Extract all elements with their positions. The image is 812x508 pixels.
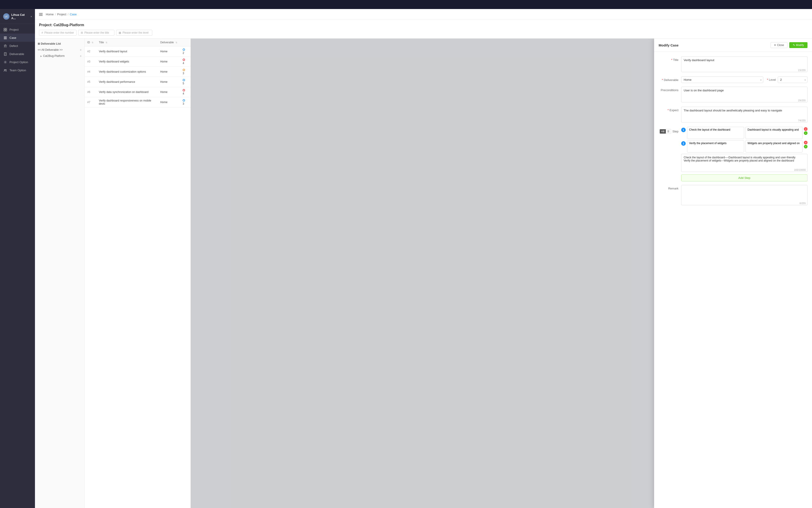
modal-body: Title 23/255 Deliverable xyxy=(654,52,812,508)
sidebar-item-case[interactable]: Case xyxy=(0,34,35,42)
col-id[interactable]: ID ⇅ xyxy=(85,39,96,46)
sidebar-item-deliverable[interactable]: Deliverable xyxy=(0,50,35,58)
row-id: #2 xyxy=(85,46,96,57)
step-add-2[interactable]: + xyxy=(804,145,808,149)
expect-row: Expect 74/255 xyxy=(658,107,808,123)
step-toggle-group: ≡⊞ ☰ xyxy=(659,129,671,134)
step-delete-2[interactable]: ✕ xyxy=(804,141,808,144)
remark-textarea[interactable] xyxy=(681,185,808,205)
sidebar-logo[interactable]: LC Lihua Cat A... ▾ xyxy=(0,11,35,24)
inline-row: Home ▾ Level xyxy=(681,77,808,83)
title-field-row: Title 23/255 xyxy=(658,56,808,73)
table-row[interactable]: #7 Verify dashboard responsiveness on mo… xyxy=(85,97,190,108)
step-action-2[interactable] xyxy=(687,140,744,153)
remark-wrap: 0/255 xyxy=(681,185,808,206)
row-status: 4 xyxy=(180,57,190,67)
deliverable-tree-item[interactable]: ▶ Cat2Bug-Platform + xyxy=(35,53,84,59)
modal-actions: ✕ Close ✎ Modify xyxy=(770,42,808,48)
modal-header: Modify Case ✕ Close ✎ Modify xyxy=(654,39,812,52)
modal-panel: Modify Case ✕ Close ✎ Modify xyxy=(654,39,812,508)
table-row[interactable]: #4 Verify dashboard customization option… xyxy=(85,67,190,77)
step-toggle-list[interactable]: ☰ xyxy=(666,129,671,133)
breadcrumb-home[interactable]: Home xyxy=(46,13,54,16)
deliverable-select[interactable]: Home xyxy=(681,77,763,83)
add-tree-item-icon[interactable]: + xyxy=(80,54,82,58)
app-name: Lihua Cat A... xyxy=(11,13,29,20)
breadcrumb-sep-1: / xyxy=(55,13,56,16)
step-toggle-table[interactable]: ≡⊞ xyxy=(660,129,666,133)
hamburger-menu[interactable] xyxy=(39,13,43,16)
table-row[interactable]: #5 Verify dashboard performance Home 5 xyxy=(85,77,190,87)
row-deliverable: Home xyxy=(158,57,180,67)
title-filter[interactable]: ⊞ Please enter the title xyxy=(78,30,114,36)
left-panel: ⊞ Deliverable List << All Deliverable >>… xyxy=(35,39,190,508)
row-title: Verify dashboard performance xyxy=(96,77,158,87)
deliverable-all-label: << All Deliverable >> xyxy=(38,48,63,51)
project-title: Project: Cat2Bug-Platform xyxy=(39,23,808,27)
svg-point-11 xyxy=(5,69,6,70)
chevron-down-icon: ▾ xyxy=(31,15,32,18)
level-select[interactable]: 2 1 3 4 5 xyxy=(778,77,808,83)
sidebar-item-label: Team Option xyxy=(9,69,26,72)
svg-rect-0 xyxy=(4,28,5,29)
step-section-label-col: ≡⊞ ☰ Step xyxy=(658,127,681,134)
list-icon xyxy=(3,36,7,40)
sidebar-item-label: Project Option xyxy=(9,60,28,64)
remark-char-count: 0/255 xyxy=(799,202,806,205)
sidebar-item-project[interactable]: Project xyxy=(0,26,35,34)
deliverable-list-title: Deliverable List xyxy=(41,42,61,45)
main-content: ⊞ Deliverable List << All Deliverable >>… xyxy=(35,39,812,508)
title-textarea[interactable] xyxy=(681,56,808,72)
table-row[interactable]: #2 Verify dashboard layout Home 2 xyxy=(85,46,190,57)
expect-textarea[interactable] xyxy=(681,107,808,123)
step-action-1[interactable] xyxy=(687,127,744,139)
breadcrumb-project[interactable]: Project xyxy=(57,13,66,16)
close-button[interactable]: ✕ Close xyxy=(770,42,787,48)
step-expect-1[interactable] xyxy=(745,127,803,139)
content-topbar: Home / Project / Case xyxy=(35,9,812,20)
sidebar-item-defect[interactable]: Defect xyxy=(0,42,35,50)
step-add-1[interactable]: + xyxy=(804,131,808,135)
preconditions-row: Preconditions 29/255 xyxy=(658,87,808,103)
col-title[interactable]: Title ⇅ xyxy=(96,39,158,46)
level-filter[interactable]: ▦ Please enter the level xyxy=(116,30,152,36)
row-status: 3 xyxy=(180,97,190,108)
sidebar-item-project-option[interactable]: Project Option xyxy=(0,58,35,66)
row-id: #7 xyxy=(85,97,96,108)
deliverable-list-header: ⊞ Deliverable List xyxy=(35,41,84,47)
step-combined-textarea[interactable] xyxy=(681,154,808,172)
remark-label: Remark xyxy=(658,185,681,190)
row-deliverable: Home xyxy=(158,67,180,77)
row-title: Verify data synchronization on dashboard xyxy=(96,87,158,97)
step-expect-2[interactable] xyxy=(745,140,803,153)
add-deliverable-icon[interactable]: + xyxy=(80,48,82,52)
title-filter-placeholder: Please enter the title xyxy=(84,31,109,34)
chevron-right-icon: ▶ xyxy=(40,55,42,57)
close-icon: ✕ xyxy=(774,44,776,47)
step-actions-2: ✕ + xyxy=(804,141,808,149)
sidebar-item-team-option[interactable]: Team Option xyxy=(0,66,35,74)
step-label: Step xyxy=(672,130,679,133)
title-label: Title xyxy=(658,56,681,61)
deliverable-field: Home ▾ xyxy=(681,77,763,83)
row-id: #6 xyxy=(85,87,96,97)
number-filter[interactable]: # Please enter the number xyxy=(39,30,77,36)
svg-rect-4 xyxy=(4,36,6,37)
step-delete-1[interactable]: ✕ xyxy=(804,127,808,131)
avatar: LC xyxy=(3,13,9,19)
table-row[interactable]: #6 Verify data synchronization on dashbo… xyxy=(85,87,190,97)
row-deliverable: Home xyxy=(158,46,180,57)
col-deliverable[interactable]: Deliverable ⇅ xyxy=(158,39,180,46)
deliverable-all-item[interactable]: << All Deliverable >> + xyxy=(35,47,84,53)
table-row[interactable]: #3 Verify dashboard widgets Home 4 xyxy=(85,57,190,67)
breadcrumb-case[interactable]: Case xyxy=(70,13,77,16)
project-header: Project: Cat2Bug-Platform # Please enter… xyxy=(35,20,812,39)
team-icon xyxy=(3,68,7,72)
preconditions-textarea[interactable] xyxy=(681,87,808,102)
add-step-button[interactable]: Add Step xyxy=(681,174,808,181)
row-status: 3 xyxy=(180,67,190,77)
modify-button[interactable]: ✎ Modify xyxy=(789,42,808,48)
level-field: Level 2 1 3 4 5 xyxy=(767,77,808,83)
file-icon xyxy=(3,52,7,56)
svg-rect-1 xyxy=(5,28,7,29)
